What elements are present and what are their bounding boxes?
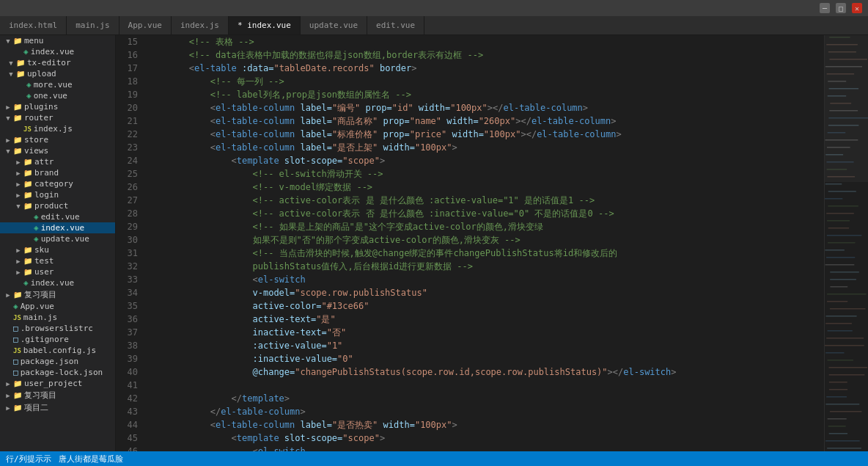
sidebar-item-one-vue[interactable]: ◈ one.vue xyxy=(0,90,115,101)
tab-index-js[interactable]: index.js xyxy=(172,16,229,34)
sidebar-item-package-lock-json[interactable]: □ package-lock.json xyxy=(0,367,115,378)
tab-update-vue[interactable]: update.vue xyxy=(301,16,367,34)
sidebar-item-upload[interactable]: ▼📁 upload xyxy=(0,68,115,79)
sidebar-label: .browserslistrc xyxy=(21,324,93,333)
code-line: active-text="是" xyxy=(147,313,824,326)
sidebar-item-plugins[interactable]: ▶📁 plugins xyxy=(0,101,115,112)
sidebar-item-index-js[interactable]: JS index.js xyxy=(0,123,115,134)
sidebar-item-attr[interactable]: ▶📁 attr xyxy=(0,156,115,167)
line-number: 36 xyxy=(119,313,138,326)
sidebar-item-edit-vue[interactable]: ◈ edit.vue xyxy=(0,211,115,222)
sidebar-item-more-vue[interactable]: ◈ more.vue xyxy=(0,79,115,90)
code-line: 如果不是则"否"的那个字变成active-color的颜色,滑块变灰 --> xyxy=(147,233,824,247)
sidebar-label: upload xyxy=(27,69,56,79)
sidebar-label: views xyxy=(24,146,48,156)
sidebar-item-user[interactable]: ▶📁 user xyxy=(0,266,115,277)
sidebar-label: index.vue xyxy=(31,47,75,57)
code-line: <template slot-scope="scope"> xyxy=(147,154,824,167)
line-number: 33 xyxy=(119,273,138,286)
sidebar-label: edit.vue xyxy=(41,212,80,222)
minimize-button[interactable]: ─ xyxy=(820,3,830,13)
line-number: 15 xyxy=(119,35,138,48)
sidebar-item-sku[interactable]: ▶📁 sku xyxy=(0,244,115,255)
code-line: inactive-text="否" xyxy=(147,326,824,339)
sidebar-label: category xyxy=(34,179,73,189)
sidebar-item-index-vue[interactable]: ◈ index.vue xyxy=(0,222,115,233)
sidebar-item-index-vue[interactable]: ◈ index.vue xyxy=(0,277,115,288)
tab-main-js[interactable]: main.js xyxy=(67,16,119,34)
tab---index-vue[interactable]: * index.vue xyxy=(229,16,301,34)
sidebar-label: index.vue xyxy=(41,223,85,233)
tab-edit-vue[interactable]: edit.vue xyxy=(367,16,424,34)
sidebar-item-views[interactable]: ▼📁 views xyxy=(0,145,115,156)
code-line: <!-- 当点击滑块的时候,触发@change绑定的事件changePublis… xyxy=(147,247,824,260)
line-number: 24 xyxy=(119,154,138,167)
code-line xyxy=(147,379,824,392)
line-number: 20 xyxy=(119,101,138,114)
tab-app-vue[interactable]: App.vue xyxy=(119,16,172,34)
sidebar-label: 项目二 xyxy=(24,402,48,413)
line-number: 37 xyxy=(119,326,138,339)
sidebar-label: store xyxy=(24,135,48,145)
sidebar-label: more.vue xyxy=(34,80,73,90)
sidebar-item-product[interactable]: ▼📁 product xyxy=(0,200,115,211)
sidebar-label: sku xyxy=(34,245,49,255)
line-number: 39 xyxy=(119,352,138,365)
sidebar-item----[interactable]: ▶📁 项目二 xyxy=(0,401,115,414)
line-number: 21 xyxy=(119,114,138,128)
sidebar-item--gitignore[interactable]: □ .gitignore xyxy=(0,334,115,345)
line-number: 32 xyxy=(119,260,138,273)
sidebar-item--browserslistrc[interactable]: □ .browserslistrc xyxy=(0,323,115,334)
close-button[interactable]: ✕ xyxy=(852,3,862,13)
line-number: 38 xyxy=(119,339,138,352)
sidebar-label: router xyxy=(24,113,54,123)
code-line: <!-- label列名,prop是json数组的属性名 --> xyxy=(147,88,824,101)
sidebar-item-test[interactable]: ▶📁 test xyxy=(0,255,115,266)
code-line: v-model="scope.row.publishStatus" xyxy=(147,286,824,299)
tab-index-html[interactable]: index.html xyxy=(0,16,67,34)
sidebar-item-package-json[interactable]: □ package.json xyxy=(0,356,115,367)
line-number: 40 xyxy=(119,365,138,379)
sidebar-label: package.json xyxy=(21,357,78,366)
code-line: <!-- 每一列 --> xyxy=(147,75,824,88)
sidebar-item-tx-editor[interactable]: ▼📁 tx-editor xyxy=(0,57,115,68)
sidebar: ▼📁 menu◈ index.vue▼📁 tx-editor▼📁 upload◈… xyxy=(0,35,116,451)
line-number: 41 xyxy=(119,379,138,392)
maximize-button[interactable]: □ xyxy=(836,3,846,13)
sidebar-label: brand xyxy=(34,168,59,178)
line-number: 23 xyxy=(119,141,138,154)
code-line: active-color="#13ce66" xyxy=(147,299,824,313)
line-numbers: 1516171819202122232425262728293031323334… xyxy=(116,35,144,451)
sidebar-item-category[interactable]: ▶📁 category xyxy=(0,178,115,189)
sidebar-item-menu[interactable]: ▼📁 menu xyxy=(0,35,115,46)
sidebar-label: plugins xyxy=(24,102,58,112)
sidebar-item-app-vue[interactable]: ◈ App.vue xyxy=(0,301,115,312)
title-bar: ─ □ ✕ xyxy=(0,0,868,16)
line-number: 25 xyxy=(119,167,138,181)
sidebar-label: test xyxy=(34,256,54,266)
sidebar-item-update-vue[interactable]: ◈ update.vue xyxy=(0,233,115,244)
code-editor[interactable]: <!-- 表格 --> <!-- data往表格中加载的数据也得是json数组,… xyxy=(144,35,824,451)
sidebar-item-login[interactable]: ▶📁 login xyxy=(0,189,115,200)
status-user: 唐人街都是莓瓜脸 xyxy=(59,454,123,465)
sidebar-item-index-vue[interactable]: ◈ index.vue xyxy=(0,46,115,57)
code-line: <!-- 表格 --> xyxy=(147,35,824,48)
sidebar-item-----[interactable]: ▶📁 复习项目 xyxy=(0,389,115,401)
sidebar-item-user-project[interactable]: ▶📁 user_project xyxy=(0,378,115,389)
sidebar-label: .gitignore xyxy=(21,335,69,344)
code-line: <!-- active-color表示 是 是什么颜色 :active-valu… xyxy=(147,194,824,207)
sidebar-item-brand[interactable]: ▶📁 brand xyxy=(0,167,115,178)
line-number: 19 xyxy=(119,88,138,101)
sidebar-item-----[interactable]: ▶📁 复习项目 xyxy=(0,288,115,301)
sidebar-label: 复习项目 xyxy=(24,289,56,300)
code-line: <el-switch xyxy=(147,273,824,286)
sidebar-item-router[interactable]: ▼📁 router xyxy=(0,112,115,123)
sidebar-item-main-js[interactable]: JS main.js xyxy=(0,312,115,323)
sidebar-label: user xyxy=(34,267,54,277)
sidebar-item-babel-config-js[interactable]: JS babel.config.js xyxy=(0,345,115,356)
tab-bar: index.htmlmain.jsApp.vueindex.js* index.… xyxy=(0,16,868,35)
window-controls[interactable]: ─ □ ✕ xyxy=(820,3,862,13)
status-hint: 行/列提示示 xyxy=(6,454,51,465)
sidebar-item-store[interactable]: ▶📁 store xyxy=(0,134,115,145)
line-number: 22 xyxy=(119,128,138,141)
